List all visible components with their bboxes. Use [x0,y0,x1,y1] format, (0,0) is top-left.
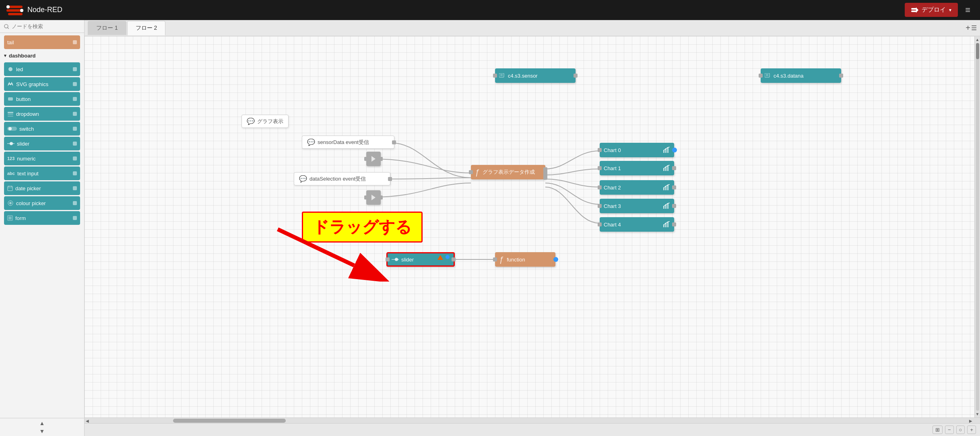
list-item-led[interactable]: led [4,62,80,76]
list-item-tail[interactable]: tail [4,35,80,49]
canvas[interactable]: c4.s3.sensor c4.s3.datana 💬 グラフ表示 [85,36,980,417]
scroll-arrows: ▲ ▼ [0,418,84,436]
node-sensor-event[interactable]: 💬 sensorData event受信 [302,136,394,149]
node-label: tail [7,39,14,45]
node-label: グラフ表示データ作成 [483,169,535,176]
scroll-down-button[interactable]: ▼ [39,427,46,435]
node-chart2[interactable]: Chart 2 [600,180,674,195]
port-left [598,148,602,152]
add-tab-button[interactable]: + [966,23,970,33]
zoom-reset-button[interactable]: ○ [956,426,965,434]
deploy-button[interactable]: デプロイ ▾ [905,3,958,17]
node-chart3[interactable]: Chart 3 [600,199,674,213]
node-label: c4.s3.sensor [508,73,538,79]
scroll-up-button[interactable]: ▲ [39,419,46,427]
node-c4s3datana[interactable]: c4.s3.datana [761,68,841,83]
list-item-dropdown[interactable]: dropdown [4,107,80,121]
node-label: c4.s3.datana [774,73,803,79]
chevron-down-icon: ▾ [4,53,6,58]
comment-icon: 💬 [299,175,307,183]
tab-list-button[interactable]: ☰ [971,24,977,32]
topbar-left: Node-RED [6,4,62,16]
scroll-thumb [976,43,979,59]
svg-rect-14 [8,114,13,115]
node-data-event[interactable]: 💬 dataSelection event受信 [294,172,390,185]
nodered-logo: Node-RED [6,4,62,16]
node-inject2[interactable] [366,190,381,205]
button-icon [7,96,14,102]
list-item-colourpicker[interactable]: colour picker [4,196,80,210]
node-port [73,201,77,205]
menu-button[interactable]: ≡ [962,3,974,17]
dropdown-icon [7,111,14,117]
svg-rect-27 [8,217,12,218]
node-label: SVG graphics [16,81,48,87]
svg-rect-6 [911,10,917,12]
node-slider-canvas[interactable]: slider [386,252,455,267]
chart-icon [663,165,670,171]
list-item-numeric[interactable]: 123 numeric [4,152,80,165]
tab-flow1[interactable]: フロー 1 [88,21,126,35]
list-item-switch[interactable]: switch [4,122,80,136]
node-port [73,67,77,71]
node-port [73,40,77,44]
textinput-icon: abc [7,171,15,176]
list-item-datepicker[interactable]: date picker [4,181,80,195]
right-scrollbar: ▲ ▼ [974,36,980,417]
zoom-in-button[interactable]: + [967,426,976,434]
node-function2[interactable]: ƒ function [495,252,555,267]
scroll-up-button[interactable]: ▲ [975,37,980,42]
scroll-down-button[interactable]: ▼ [975,411,980,417]
category-label: dashboard [9,53,35,59]
port-left [364,157,368,161]
calendar-icon [7,185,13,191]
node-label: slider [17,141,29,147]
port-left [469,170,473,174]
tab-flow2[interactable]: フロー 2 [127,21,166,35]
list-item-slider[interactable]: slider [4,137,80,150]
node-chart1[interactable]: Chart 1 [600,161,674,175]
main-layout: tail ▾ dashboard led [0,20,980,436]
svg-point-17 [8,127,12,130]
node-c4s3sensor[interactable]: c4.s3.sensor [495,68,576,83]
list-item-form[interactable]: form [4,211,80,225]
category-dashboard[interactable]: ▾ dashboard [0,50,84,61]
search-input[interactable] [12,23,80,29]
list-item-textinput[interactable]: abc text input [4,167,80,180]
tab-bar: フロー 1 フロー 2 + ☰ [85,20,980,36]
scroll-track [976,43,979,411]
comment-grafuhyoji[interactable]: 💬 グラフ表示 [241,115,289,128]
list-item-svg[interactable]: SVG graphics [4,77,80,91]
node-function-main[interactable]: ƒ グラフ表示データ作成 [471,165,545,179]
node-label: button [16,96,31,102]
port-right [839,74,843,78]
zoom-out-button[interactable]: − [945,426,954,434]
sidebar: tail ▾ dashboard led [0,20,85,436]
node-label: led [16,66,23,72]
node-label: text input [17,171,39,177]
node-chart4[interactable]: Chart 4 [600,217,674,232]
slider-icon [7,141,14,146]
connections-svg [85,36,980,417]
chart-icon [663,203,670,209]
colour-icon [7,200,14,206]
deploy-label: デプロイ [922,6,946,14]
list-item-button[interactable]: button [4,92,80,106]
scroll-left-button[interactable]: ◀ [85,418,90,424]
node-label: form [15,215,26,221]
node-inject1[interactable] [366,152,381,166]
port-right [672,204,676,208]
port-left [364,195,368,199]
comment-icon: 💬 [247,117,255,125]
node-label: Chart 3 [604,203,663,209]
port-right [379,195,383,199]
comment-label: グラフ表示 [257,118,283,125]
zoom-fit-button[interactable]: ⊞ [933,426,943,434]
numeric-icon: 123 [7,156,14,161]
port-right [672,166,676,170]
svg-marker-35 [371,156,375,162]
scroll-right-button[interactable]: ▶ [968,418,974,424]
node-label: dataSelection event受信 [309,175,366,183]
node-icon-svg [499,73,505,78]
node-chart0[interactable]: Chart 0 [600,143,674,157]
